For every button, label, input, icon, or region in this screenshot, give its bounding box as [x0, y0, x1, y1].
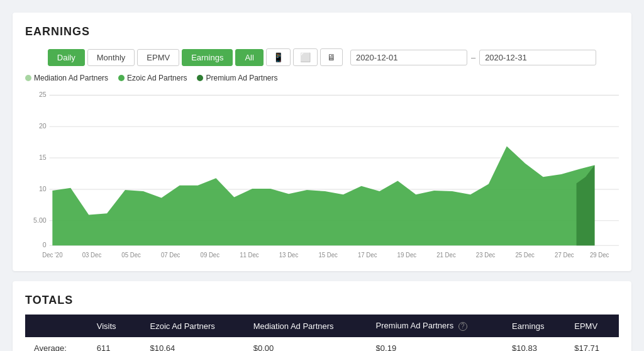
svg-text:27 Dec: 27 Dec [555, 252, 574, 259]
legend-dot-ezoic [118, 75, 125, 81]
svg-text:Dec '20: Dec '20 [42, 252, 63, 259]
col-header-epmv: EPMV [565, 315, 619, 337]
svg-text:03 Dec: 03 Dec [82, 252, 101, 259]
col-header-visits: Visits [88, 315, 142, 337]
row-visits-average: 611 [88, 337, 142, 351]
epmv-button[interactable]: EPMV [137, 49, 179, 66]
legend-mediation: Mediation Ad Partners [25, 74, 108, 82]
col-header-mediation: Mediation Ad Partners [245, 315, 367, 337]
svg-text:0: 0 [43, 241, 47, 248]
legend-premium: Premium Ad Partners [197, 74, 277, 82]
daily-button[interactable]: Daily [48, 49, 85, 66]
date-separator: – [471, 53, 475, 62]
svg-text:11 Dec: 11 Dec [240, 252, 258, 259]
svg-text:19 Dec: 19 Dec [397, 252, 416, 259]
premium-info-icon[interactable]: ? [458, 322, 467, 331]
date-range: – [350, 50, 596, 65]
tablet-icon-button[interactable]: ⬜ [293, 48, 318, 66]
totals-title: TOTALS [25, 294, 619, 307]
svg-marker-12 [52, 146, 594, 245]
svg-text:17 Dec: 17 Dec [358, 252, 377, 259]
col-header-earnings: Earnings [503, 315, 565, 337]
svg-text:23 Dec: 23 Dec [476, 252, 495, 259]
earnings-button[interactable]: Earnings [182, 49, 233, 66]
table-header-row: Visits Ezoic Ad Partners Mediation Ad Pa… [25, 315, 619, 337]
all-button[interactable]: All [235, 49, 263, 66]
earnings-chart: 25 20 15 10 5.00 0 Dec '20 03 Dec 05 Dec… [25, 89, 619, 259]
legend-label-premium: Premium Ad Partners [206, 74, 277, 82]
tablet-icon: ⬜ [300, 52, 311, 62]
desktop-icon-button[interactable]: 🖥 [320, 48, 343, 66]
svg-text:5.00: 5.00 [33, 216, 47, 224]
legend-label-mediation: Mediation Ad Partners [34, 74, 108, 82]
row-premium-average: $0.19 [367, 337, 504, 351]
row-earnings-average: $10.83 [503, 337, 565, 351]
earnings-title: EARNINGS [25, 25, 619, 38]
svg-text:15: 15 [39, 153, 47, 161]
legend-dot-mediation [25, 75, 31, 81]
legend-label-ezoic: Ezoic Ad Partners [127, 74, 187, 82]
svg-text:25 Dec: 25 Dec [515, 252, 534, 259]
mobile-icon: 📱 [273, 52, 284, 62]
chart-svg: 25 20 15 10 5.00 0 Dec '20 03 Dec 05 Dec… [25, 89, 619, 259]
svg-text:07 Dec: 07 Dec [161, 252, 180, 259]
row-mediation-average: $0.00 [245, 337, 367, 351]
date-start-input[interactable] [350, 50, 467, 65]
mobile-icon-button[interactable]: 📱 [266, 48, 291, 66]
row-epmv-average: $17.71 [565, 337, 619, 351]
legend-ezoic: Ezoic Ad Partners [118, 74, 187, 82]
desktop-icon: 🖥 [327, 52, 336, 62]
chart-toolbar: Daily Monthly EPMV Earnings All 📱 ⬜ 🖥 – [25, 48, 619, 66]
svg-text:13 Dec: 13 Dec [279, 252, 298, 259]
svg-text:20: 20 [39, 122, 47, 130]
svg-text:10: 10 [39, 185, 47, 192]
svg-text:25: 25 [39, 91, 47, 98]
svg-text:21 Dec: 21 Dec [436, 252, 455, 259]
chart-legend: Mediation Ad Partners Ezoic Ad Partners … [25, 74, 619, 82]
svg-text:15 Dec: 15 Dec [318, 252, 337, 259]
svg-text:09 Dec: 09 Dec [201, 252, 219, 259]
totals-table: Visits Ezoic Ad Partners Mediation Ad Pa… [25, 315, 619, 351]
svg-text:05 Dec: 05 Dec [121, 252, 140, 259]
date-end-input[interactable] [479, 50, 596, 65]
svg-text:29 Dec: 29 Dec [590, 252, 609, 259]
col-header-label [25, 315, 88, 337]
col-header-premium: Premium Ad Partners ? [367, 315, 504, 337]
totals-section: TOTALS Visits Ezoic Ad Partners Mediatio… [13, 281, 631, 351]
col-header-ezoic: Ezoic Ad Partners [141, 315, 244, 337]
row-label-average: Average: [25, 337, 88, 351]
legend-dot-premium [197, 75, 203, 81]
table-row-average: Average: 611 $10.64 $0.00 $0.19 $10.83 $… [25, 337, 619, 351]
monthly-button[interactable]: Monthly [87, 49, 135, 66]
row-ezoic-average: $10.64 [141, 337, 244, 351]
